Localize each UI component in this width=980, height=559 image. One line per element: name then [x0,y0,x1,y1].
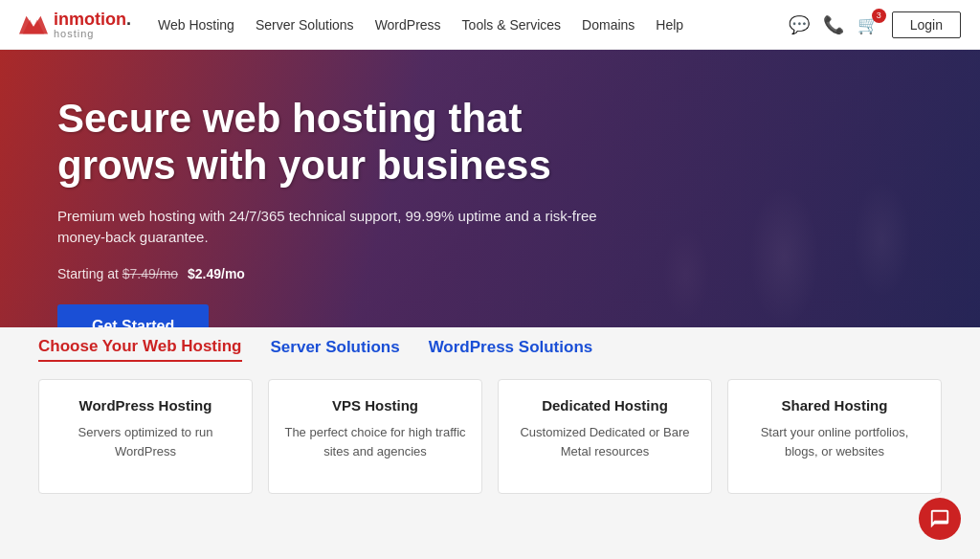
logo-icon [19,15,48,34]
nav-web-hosting[interactable]: Web Hosting [158,17,234,33]
hosting-cards: WordPress Hosting Servers optimized to r… [38,379,942,494]
card-wordpress-desc: Servers optimized to run WordPress [55,423,236,460]
card-vps-desc: The perfect choice for high traffic site… [284,423,466,460]
hosting-section: Choose Your Web Hosting Server Solutions… [0,327,980,513]
price-prefix: Starting at [57,266,119,281]
login-button[interactable]: Login [892,11,961,38]
new-price: $2.49/mo [188,266,245,281]
card-vps[interactable]: VPS Hosting The perfect choice for high … [268,379,482,494]
card-shared-desc: Start your online portfolios, blogs, or … [744,423,925,460]
logo-sub: hosting [54,28,94,39]
nav-tools-services[interactable]: Tools & Services [462,17,561,33]
nav-domains[interactable]: Domains [582,17,635,33]
chat-icon[interactable]: 💬 [789,14,810,35]
navbar: inmotion. hosting Web Hosting Server Sol… [0,0,980,50]
hosting-tabs: Choose Your Web Hosting Server Solutions… [38,327,942,362]
card-wordpress-title: WordPress Hosting [55,397,236,414]
tab-web-hosting[interactable]: Choose Your Web Hosting [38,337,242,362]
card-shared-title: Shared Hosting [744,397,925,414]
logo-text: inmotion. hosting [54,11,131,39]
nav-server-solutions[interactable]: Server Solutions [256,17,354,33]
card-dedicated-title: Dedicated Hosting [514,397,696,414]
hero-title: Secure web hosting that grows with your … [57,96,632,189]
nav-links: Web Hosting Server Solutions WordPress T… [158,17,789,33]
cart-badge: 3 [872,9,886,23]
logo[interactable]: inmotion. hosting [19,11,131,39]
logo-brand: inmotion. [54,11,131,28]
hero-subtitle: Premium web hosting with 24/7/365 techni… [57,206,612,249]
chat-bubble-button[interactable] [919,498,961,540]
phone-icon[interactable]: 📞 [823,14,844,35]
hero-content: Secure web hosting that grows with your … [0,96,689,348]
card-vps-title: VPS Hosting [284,397,466,414]
card-wordpress[interactable]: WordPress Hosting Servers optimized to r… [38,379,253,494]
card-shared[interactable]: Shared Hosting Start your online portfol… [727,379,942,494]
nav-help[interactable]: Help [656,17,683,33]
old-price: $7.49/mo [122,266,178,281]
cart-icon[interactable]: 🛒 3 [858,14,879,35]
tab-server-solutions[interactable]: Server Solutions [271,338,400,361]
chat-bubble-icon [929,508,950,529]
nav-icon-group: 💬 📞 🛒 3 [789,14,879,35]
card-dedicated[interactable]: Dedicated Hosting Customized Dedicated o… [498,379,712,494]
card-dedicated-desc: Customized Dedicated or Bare Metal resou… [514,423,696,460]
nav-wordpress[interactable]: WordPress [375,17,441,33]
tab-wordpress-solutions[interactable]: WordPress Solutions [429,338,593,361]
hero-price: Starting at $7.49/mo $2.49/mo [57,266,632,281]
